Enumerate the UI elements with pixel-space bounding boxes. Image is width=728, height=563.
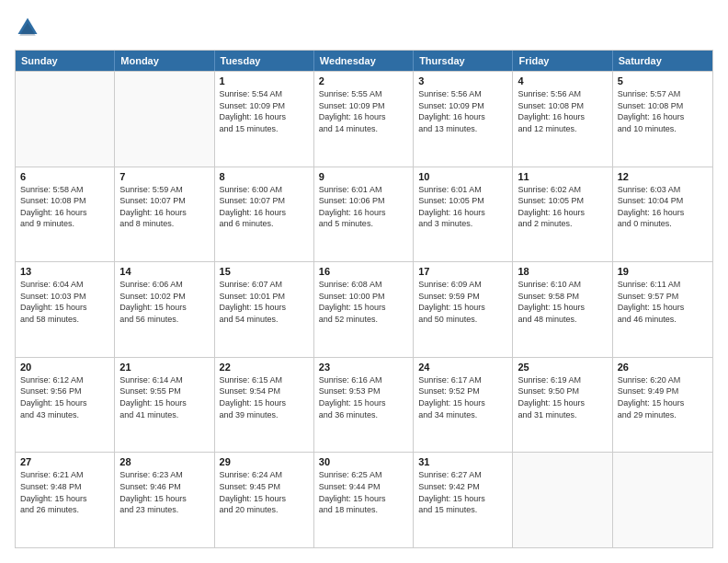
cell-line: Sunrise: 6:02 AM: [518, 184, 607, 196]
cell-line: Daylight: 15 hours: [518, 397, 607, 409]
cell-line: Sunset: 10:08 PM: [518, 100, 607, 112]
cal-cell: 23Sunrise: 6:16 AMSunset: 9:53 PMDayligh…: [314, 358, 414, 453]
cell-line: Sunrise: 5:55 AM: [319, 88, 408, 100]
day-number: 20: [20, 362, 109, 373]
cell-line: and 12 minutes.: [518, 123, 607, 135]
cell-line: and 20 minutes.: [220, 504, 309, 516]
cal-cell: 20Sunrise: 6:12 AMSunset: 9:56 PMDayligh…: [16, 358, 115, 453]
cell-line: and 15 minutes.: [418, 504, 507, 516]
cell-line: Sunrise: 6:27 AM: [418, 469, 507, 481]
cal-cell: [513, 453, 612, 547]
cal-cell: 11Sunrise: 6:02 AMSunset: 10:05 PMDaylig…: [513, 167, 612, 262]
cell-line: and 15 minutes.: [220, 123, 309, 135]
cell-line: and 31 minutes.: [518, 409, 607, 421]
cell-line: Sunrise: 6:14 AM: [119, 374, 209, 386]
cell-line: Daylight: 16 hours: [319, 207, 408, 219]
day-number: 13: [20, 266, 109, 277]
cell-line: Daylight: 15 hours: [220, 302, 309, 314]
cell-line: Sunrise: 6:21 AM: [20, 469, 109, 481]
cell-line: Daylight: 16 hours: [518, 111, 607, 123]
cell-line: Daylight: 16 hours: [319, 111, 408, 123]
calendar-header: SundayMondayTuesdayWednesdayThursdayFrid…: [16, 51, 712, 71]
cell-line: Sunset: 10:01 PM: [220, 291, 309, 303]
cal-cell: [16, 72, 115, 167]
cell-line: Daylight: 15 hours: [418, 397, 507, 409]
cell-line: and 26 minutes.: [20, 504, 109, 516]
cal-row: 20Sunrise: 6:12 AMSunset: 9:56 PMDayligh…: [16, 357, 712, 453]
cell-line: Sunset: 10:05 PM: [418, 195, 507, 207]
day-number: 29: [220, 456, 309, 467]
cal-cell: 28Sunrise: 6:23 AMSunset: 9:46 PMDayligh…: [115, 453, 214, 547]
cell-line: Daylight: 16 hours: [618, 111, 708, 123]
cell-line: Daylight: 16 hours: [220, 111, 309, 123]
cell-line: Sunrise: 6:09 AM: [418, 279, 507, 291]
cell-line: Sunrise: 5:56 AM: [518, 88, 607, 100]
day-number: 27: [20, 456, 109, 467]
cell-line: Daylight: 15 hours: [618, 397, 708, 409]
cell-line: Sunset: 10:09 PM: [418, 100, 507, 112]
cell-line: Sunrise: 6:04 AM: [20, 279, 109, 291]
cell-line: and 52 minutes.: [319, 314, 408, 326]
cell-line: Sunset: 9:49 PM: [618, 385, 708, 397]
cal-cell: 3Sunrise: 5:56 AMSunset: 10:09 PMDayligh…: [414, 72, 513, 167]
cell-line: and 9 minutes.: [20, 218, 109, 230]
cell-line: Sunset: 10:02 PM: [119, 291, 209, 303]
cell-line: Sunrise: 6:20 AM: [618, 374, 708, 386]
cell-line: and 8 minutes.: [119, 218, 209, 230]
cal-cell: [613, 453, 712, 547]
cal-cell: 9Sunrise: 6:01 AMSunset: 10:06 PMDayligh…: [314, 167, 414, 262]
day-number: 18: [518, 266, 607, 277]
day-number: 22: [220, 362, 309, 373]
cell-line: Sunrise: 5:59 AM: [119, 184, 209, 196]
day-number: 8: [220, 171, 309, 182]
day-number: 21: [119, 362, 209, 373]
cell-line: Sunset: 9:57 PM: [618, 291, 708, 303]
cell-line: Daylight: 16 hours: [418, 111, 507, 123]
day-number: 5: [618, 75, 708, 86]
day-number: 17: [418, 266, 507, 277]
header-cell-monday: Monday: [115, 51, 214, 71]
cell-line: and 34 minutes.: [418, 409, 507, 421]
cell-line: Sunset: 9:42 PM: [418, 481, 507, 493]
cell-line: Sunrise: 6:01 AM: [319, 184, 408, 196]
cal-cell: 14Sunrise: 6:06 AMSunset: 10:02 PMDaylig…: [115, 262, 214, 357]
cell-line: and 46 minutes.: [618, 314, 708, 326]
cell-line: and 41 minutes.: [119, 409, 209, 421]
cell-line: Sunrise: 6:23 AM: [119, 469, 209, 481]
cell-line: Sunset: 10:09 PM: [220, 100, 309, 112]
cell-line: Sunrise: 5:54 AM: [220, 88, 309, 100]
cell-line: Sunrise: 6:15 AM: [220, 374, 309, 386]
cell-line: Daylight: 15 hours: [418, 302, 507, 314]
cell-line: Sunset: 10:07 PM: [119, 195, 209, 207]
cell-line: and 39 minutes.: [220, 409, 309, 421]
day-number: 10: [418, 171, 507, 182]
cell-line: Sunset: 10:08 PM: [20, 195, 109, 207]
cell-line: Daylight: 16 hours: [618, 207, 708, 219]
day-number: 2: [319, 75, 408, 86]
day-number: 15: [220, 266, 309, 277]
cell-line: Daylight: 15 hours: [418, 493, 507, 505]
day-number: 16: [319, 266, 408, 277]
cal-row: 1Sunrise: 5:54 AMSunset: 10:09 PMDayligh…: [16, 71, 712, 167]
day-number: 31: [418, 456, 507, 467]
header-cell-saturday: Saturday: [613, 51, 712, 71]
cell-line: Sunrise: 6:08 AM: [319, 279, 408, 291]
header: [15, 15, 713, 40]
cell-line: Sunset: 10:04 PM: [618, 195, 708, 207]
cell-line: Daylight: 15 hours: [119, 302, 209, 314]
cell-line: Sunset: 9:44 PM: [319, 481, 408, 493]
cal-cell: 29Sunrise: 6:24 AMSunset: 9:45 PMDayligh…: [215, 453, 314, 547]
cal-cell: 31Sunrise: 6:27 AMSunset: 9:42 PMDayligh…: [414, 453, 513, 547]
header-cell-wednesday: Wednesday: [314, 51, 414, 71]
cell-line: Daylight: 16 hours: [518, 207, 607, 219]
cell-line: Sunset: 9:46 PM: [119, 481, 209, 493]
cell-line: Sunrise: 6:12 AM: [20, 374, 109, 386]
cal-cell: 18Sunrise: 6:10 AMSunset: 9:58 PMDayligh…: [513, 262, 612, 357]
cell-line: Sunrise: 6:07 AM: [220, 279, 309, 291]
cal-cell: 10Sunrise: 6:01 AMSunset: 10:05 PMDaylig…: [414, 167, 513, 262]
day-number: 28: [119, 456, 209, 467]
cell-line: Sunrise: 6:01 AM: [418, 184, 507, 196]
cal-row: 27Sunrise: 6:21 AMSunset: 9:48 PMDayligh…: [16, 452, 712, 547]
day-number: 19: [618, 266, 708, 277]
day-number: 23: [319, 362, 408, 373]
